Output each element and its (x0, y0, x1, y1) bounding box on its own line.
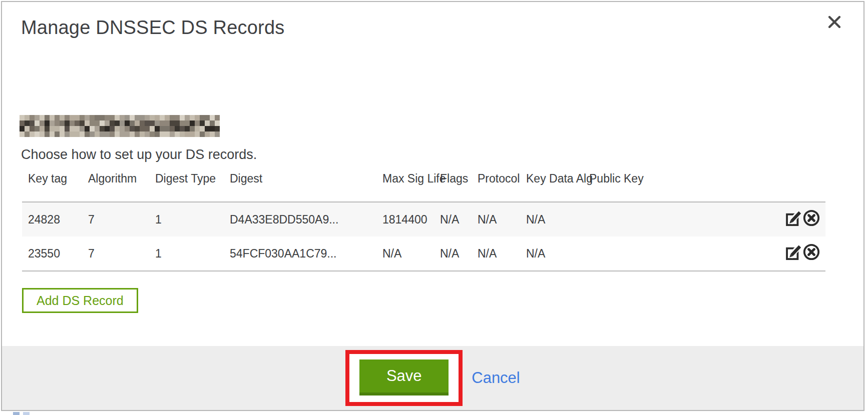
cell-protocol: N/A (472, 236, 520, 271)
edit-pencil-square-icon (784, 209, 802, 227)
col-header-digest-type: Digest Type (149, 167, 224, 202)
add-ds-record-button[interactable]: Add DS Record (22, 288, 138, 313)
instruction-text: Choose how to set up your DS records. (21, 147, 257, 162)
cell-flags: N/A (434, 202, 472, 236)
circle-x-icon (802, 209, 820, 227)
cell-max-sig-life: N/A (376, 236, 434, 271)
delete-record-button[interactable] (802, 243, 820, 264)
col-header-public-key: Public Key (583, 167, 735, 202)
edit-record-button[interactable] (784, 243, 802, 264)
ds-records-table: Key tag Algorithm Digest Type Digest Max… (22, 167, 825, 272)
cancel-link[interactable]: Cancel (472, 369, 520, 387)
table-row: 24828 7 1 D4A33E8DD550A9... 1814400 N/A … (22, 202, 825, 236)
col-header-max-sig-life: Max Sig Life (376, 167, 434, 202)
col-header-key-data-alg: Key Data Alg (520, 167, 583, 202)
dialog-footer: Save Cancel (2, 346, 863, 410)
circle-x-icon (802, 243, 820, 261)
col-header-algorithm: Algorithm (82, 167, 149, 202)
cell-key-tag: 24828 (22, 202, 82, 236)
col-header-key-tag: Key tag (22, 167, 82, 202)
cell-key-data-alg: N/A (520, 236, 583, 271)
col-header-digest: Digest (224, 167, 376, 202)
cell-digest: 54FCF030AA1C79... (224, 236, 376, 271)
cell-protocol: N/A (472, 202, 520, 236)
cell-digest-type: 1 (149, 236, 224, 271)
cell-algorithm: 7 (82, 202, 149, 236)
col-header-flags: Flags (434, 167, 472, 202)
delete-record-button[interactable] (802, 209, 820, 230)
cell-public-key (583, 202, 735, 236)
cell-digest-type: 1 (149, 202, 224, 236)
cell-actions (735, 202, 825, 236)
table-header-row: Key tag Algorithm Digest Type Digest Max… (22, 167, 825, 202)
page-behind-dialog (0, 412, 868, 415)
cell-algorithm: 7 (82, 236, 149, 271)
close-icon (827, 14, 842, 32)
cell-digest: D4A33E8DD550A9... (224, 202, 376, 236)
cell-key-data-alg: N/A (520, 202, 583, 236)
page-title: Manage DNSSEC DS Records (21, 17, 284, 38)
background-artifact (23, 412, 30, 415)
dnssec-ds-records-dialog: Manage DNSSEC DS Records Choose how to s… (1, 1, 864, 411)
cell-public-key (583, 236, 735, 271)
redacted-domain-name (20, 115, 220, 137)
cell-actions (735, 236, 825, 271)
col-header-protocol: Protocol (472, 167, 520, 202)
cell-key-tag: 23550 (22, 236, 82, 271)
red-highlight-annotation: Save (345, 350, 463, 406)
edit-record-button[interactable] (784, 209, 802, 230)
save-button[interactable]: Save (359, 360, 449, 396)
close-button[interactable] (825, 14, 843, 32)
col-header-actions (735, 167, 825, 202)
background-artifact (13, 412, 20, 415)
table-row: 23550 7 1 54FCF030AA1C79... N/A N/A N/A … (22, 236, 825, 271)
edit-pencil-square-icon (784, 243, 802, 261)
cell-max-sig-life: 1814400 (376, 202, 434, 236)
cell-flags: N/A (434, 236, 472, 271)
